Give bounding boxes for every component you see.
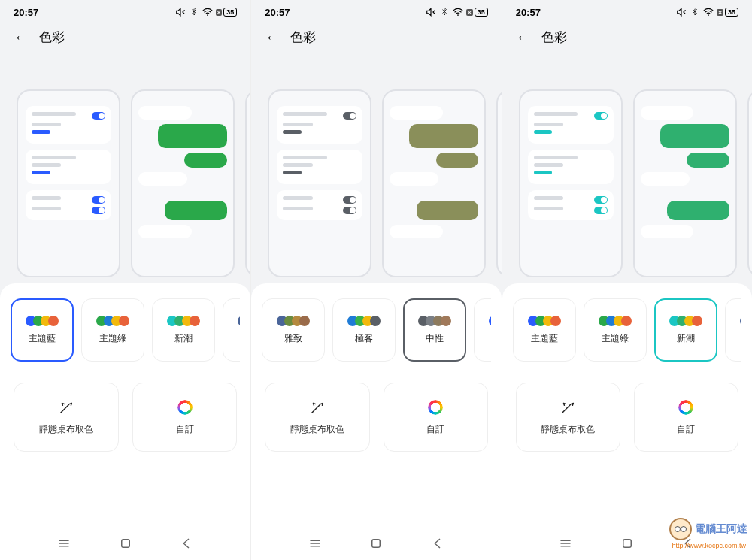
theme-card-green[interactable]: 主題綠 [584,298,647,362]
theme-card-neutral[interactable]: 中性 [403,298,466,362]
page-title: 色彩 [39,29,65,46]
theme-label: 主題綠 [602,332,629,345]
status-time: 20:57 [14,7,38,18]
palette-dots [347,316,381,326]
preview-settings [268,89,371,277]
wand-icon [309,399,326,416]
theme-scroll[interactable]: 雅致 極客 中性 主題藍 [262,298,490,362]
battery-level: 35 [223,8,237,17]
nav-home-icon[interactable] [369,537,383,550]
mute-icon [175,7,186,17]
preview-peek [245,89,250,277]
preview-chat [633,89,737,277]
nav-bar [11,530,240,560]
preview-chat [131,89,235,277]
theme-card-trendy[interactable]: 新潮 [654,298,717,362]
nav-recents-icon[interactable] [559,537,572,550]
wallpaper-pick-button[interactable]: 靜態桌布取色 [265,383,369,452]
preview-area[interactable] [251,56,501,283]
theme-card-yazhi[interactable]: 雅致 [223,298,240,362]
palette-dots [96,316,129,326]
nav-recents-icon[interactable] [308,537,322,550]
nav-recents-icon[interactable] [57,537,71,550]
theme-card-yazhi[interactable]: 雅致 [725,298,741,362]
preview-settings [17,89,120,277]
mute-icon [676,7,687,17]
color-ring-icon [678,399,694,416]
status-bar: 20:57 × 35 [251,0,501,21]
custom-color-label: 自訂 [176,423,194,436]
preview-peek [747,89,752,277]
custom-color-label: 自訂 [677,423,695,436]
nav-home-icon[interactable] [620,537,634,550]
wallpaper-pick-button[interactable]: 靜態桌布取色 [14,383,119,452]
palette-dots [26,316,59,326]
theme-label: 主題藍 [531,332,558,345]
status-bar: 20:57 × 35 [0,0,250,21]
bluetooth-icon [690,7,700,17]
palette-dots [528,316,561,326]
palette-dots [418,316,451,326]
preview-area[interactable] [0,56,250,283]
svg-point-4 [708,14,709,16]
panel-0: 20:57 × 35 ← 色彩 [0,0,250,560]
svg-point-2 [457,14,459,16]
wifi-icon [453,7,463,17]
vowifi-icon: × [216,9,223,16]
theme-scroll[interactable]: 主題藍 主題綠 新潮 雅致 [11,298,240,362]
status-time: 20:57 [516,7,541,18]
theme-label: 主題綠 [99,332,126,345]
custom-color-button[interactable]: 自訂 [132,383,238,452]
svg-rect-5 [623,540,632,548]
wallpaper-pick-label: 靜態桌布取色 [541,423,595,436]
palette-dots [669,316,702,326]
preview-area[interactable] [502,56,752,283]
theme-label: 極客 [355,332,373,345]
theme-card-yazhi[interactable]: 雅致 [262,298,325,362]
back-button[interactable]: ← [14,29,29,46]
theme-card-green[interactable]: 主題綠 [81,298,144,362]
page-title: 色彩 [541,29,567,46]
bluetooth-icon [439,7,450,17]
nav-back-icon[interactable] [431,537,444,550]
palette-dots [599,316,632,326]
wifi-icon [202,7,213,17]
bluetooth-icon [189,7,199,17]
nav-bar [262,530,490,560]
battery-level: 35 [725,8,738,17]
custom-color-button[interactable]: 自訂 [634,383,738,452]
svg-rect-3 [372,540,381,548]
back-button[interactable]: ← [516,29,531,46]
theme-card-blue[interactable]: 主題藍 [513,298,576,362]
wallpaper-pick-button[interactable]: 靜態桌布取色 [516,383,620,452]
theme-label: 主題藍 [29,332,56,345]
theme-label: 中性 [426,332,444,345]
svg-point-0 [207,14,208,16]
watermark-url: http://www.kocpc.com.tw [672,542,746,549]
custom-color-label: 自訂 [426,423,444,436]
theme-card-trendy[interactable]: 新潮 [152,298,215,362]
theme-label: 新潮 [174,332,193,345]
wand-icon [58,399,74,416]
theme-label: 雅致 [284,332,302,345]
palette-dots [277,316,310,326]
page-title: 色彩 [290,29,316,46]
vowifi-icon: × [717,9,723,16]
nav-back-icon[interactable] [180,537,193,550]
panel-2: 20:57 × 35 ← 色彩 [502,0,752,560]
vowifi-icon: × [466,9,473,16]
nav-home-icon[interactable] [119,537,132,550]
mute-icon [426,7,436,17]
palette-dots [167,316,200,326]
palette-dots [238,316,240,326]
custom-color-button[interactable]: 自訂 [384,383,488,452]
theme-card-blue[interactable]: 主題藍 [474,298,490,362]
theme-card-geek[interactable]: 極客 [332,298,396,362]
status-time: 20:57 [265,7,290,18]
back-button[interactable]: ← [265,29,280,46]
wallpaper-pick-label: 靜態桌布取色 [39,423,93,436]
palette-dots [740,316,741,326]
wand-icon [559,399,576,416]
theme-card-blue[interactable]: 主題藍 [11,298,74,362]
theme-scroll[interactable]: 主題藍 主題綠 新潮 雅致 [513,298,741,362]
